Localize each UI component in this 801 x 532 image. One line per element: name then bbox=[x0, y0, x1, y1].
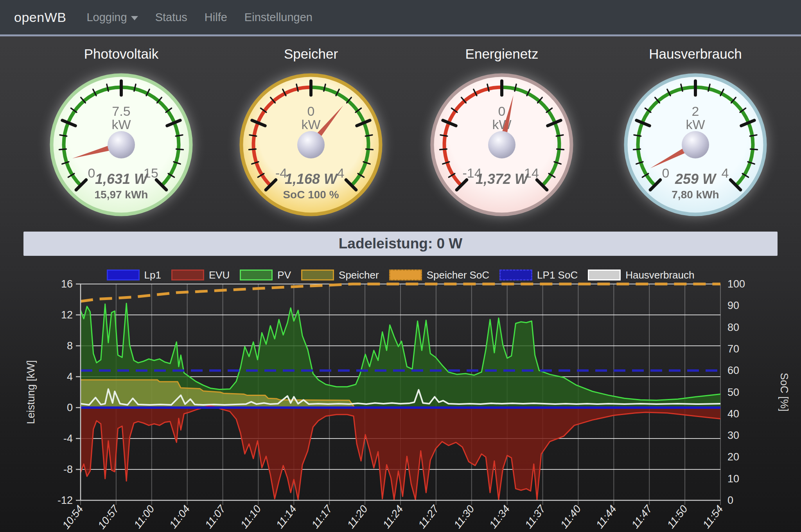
y-tick-label: -8 bbox=[63, 464, 73, 475]
soc-tick-label: 60 bbox=[727, 365, 739, 376]
gauge-hub bbox=[682, 131, 709, 158]
gauge-tick bbox=[366, 149, 373, 149]
nav-accent-line bbox=[0, 34, 801, 36]
nav-item-label: Einstellungen bbox=[244, 11, 312, 24]
soc-tick-label: 0 bbox=[727, 494, 733, 506]
gauge-tick bbox=[440, 149, 447, 149]
gauge-dial: 0 kW -14 14 1,372 W bbox=[427, 70, 576, 219]
gauge-tick bbox=[634, 149, 641, 149]
gauge-mid-label: 7.5 bbox=[112, 104, 130, 119]
soc-tick-label: 70 bbox=[727, 343, 739, 355]
gauge-value: 1,631 W bbox=[95, 171, 149, 187]
soc-tick-label: 40 bbox=[727, 408, 739, 420]
y-tick-label: 0 bbox=[67, 402, 73, 413]
navbar: openWB LoggingStatusHilfeEinstellungen bbox=[0, 0, 801, 34]
gauge-mid-label: 2 bbox=[692, 104, 699, 119]
gauge-unit: kW bbox=[301, 117, 320, 132]
gauge-mid-label: 0 bbox=[307, 104, 315, 119]
gauge-title: Photovoltaik bbox=[47, 46, 196, 62]
left-axis-title: Leistung [kW] bbox=[25, 360, 37, 424]
gauge-hub bbox=[297, 131, 325, 158]
x-tick-label: 11:27 bbox=[416, 503, 442, 530]
gauge-dial: 0 kW -4 4 1,168 W SoC 100 % bbox=[237, 70, 385, 219]
x-tick-label: 11:20 bbox=[345, 503, 370, 530]
gauge-tick bbox=[59, 149, 66, 149]
nav-item-logging[interactable]: Logging bbox=[86, 11, 138, 24]
gauge-sub-value: 7,80 kWh bbox=[672, 189, 719, 201]
gauge-unit: kW bbox=[111, 117, 131, 132]
chevron-down-icon bbox=[131, 16, 138, 20]
gauge-tick bbox=[176, 149, 183, 149]
gauge-hub bbox=[488, 131, 515, 158]
gauge-tick bbox=[249, 149, 256, 149]
y-tick-label: 12 bbox=[61, 309, 73, 321]
brand-logo[interactable]: openWB bbox=[14, 10, 66, 25]
nav-item-status[interactable]: Status bbox=[155, 11, 187, 24]
gauge-hausverbrauch: Hausverbrauch 2 kW 0 4 259 W 7,80 kWh bbox=[621, 70, 770, 221]
x-tick-label: 11:30 bbox=[452, 503, 477, 530]
gauge-dial: 7.5 kW 0 15 1,631 W 15,97 kWh bbox=[47, 70, 196, 219]
gauge-tick bbox=[557, 149, 564, 149]
x-tick-label: 11:17 bbox=[309, 503, 335, 530]
x-tick-label: 11:07 bbox=[203, 503, 228, 530]
soc-tick-label: 10 bbox=[727, 473, 739, 485]
nav-item-label: Logging bbox=[86, 11, 127, 24]
power-soc-chart: 1612840-4-8-12100908070605040302010010:5… bbox=[0, 274, 801, 532]
x-tick-label: 11:44 bbox=[594, 503, 619, 530]
x-tick-label: 11:50 bbox=[665, 503, 690, 530]
soc-tick-label: 100 bbox=[727, 278, 745, 290]
gauge-value: 259 W bbox=[675, 171, 717, 187]
x-tick-label: 11:54 bbox=[700, 503, 726, 530]
charge-power-text: Ladeleistung: 0 W bbox=[339, 235, 463, 252]
x-tick-label: 11:24 bbox=[381, 503, 406, 530]
nav-item-hilfe[interactable]: Hilfe bbox=[205, 11, 227, 24]
gauge-hub bbox=[108, 131, 135, 158]
gauge-title: Speicher bbox=[237, 46, 385, 62]
nav-item-label: Status bbox=[155, 11, 187, 24]
gauge-tick bbox=[751, 149, 758, 149]
gauge-sub-value: SoC 100 % bbox=[283, 189, 339, 201]
gauge-title: Energienetz bbox=[427, 46, 576, 62]
gauge-max-label: 4 bbox=[722, 165, 729, 180]
right-axis-title: SoC [%] bbox=[778, 373, 790, 412]
y-tick-label: -12 bbox=[57, 494, 73, 506]
gauge-min-label: 0 bbox=[662, 165, 670, 180]
x-tick-label: 11:40 bbox=[558, 503, 583, 530]
x-tick-label: 10:57 bbox=[95, 503, 121, 531]
x-tick-label: 11:37 bbox=[523, 503, 548, 530]
openwb-dashboard: { "nav": { "brand": "openWB", "items": [… bbox=[0, 0, 801, 532]
gauge-mid-label: 0 bbox=[498, 104, 506, 119]
soc-tick-label: 30 bbox=[727, 430, 739, 441]
charge-power-banner: Ladeleistung: 0 W bbox=[23, 232, 778, 256]
gauge-title: Hausverbrauch bbox=[621, 46, 770, 62]
gauge-value: 1,168 W bbox=[285, 171, 338, 187]
x-tick-label: 10:54 bbox=[60, 503, 85, 531]
gauge-energienetz: Energienetz 0 kW -14 14 1,372 W bbox=[427, 70, 576, 221]
soc-tick-label: 90 bbox=[727, 300, 739, 311]
x-tick-label: 11:34 bbox=[487, 503, 512, 530]
y-tick-label: -4 bbox=[63, 433, 73, 444]
soc-tick-label: 50 bbox=[727, 386, 739, 398]
nav-item-label: Hilfe bbox=[205, 11, 227, 24]
x-tick-label: 11:00 bbox=[132, 503, 157, 530]
gauge-max-label: 4 bbox=[337, 165, 345, 180]
gauge-dial: 2 kW 0 4 259 W 7,80 kWh bbox=[621, 70, 770, 219]
x-tick-label: 11:14 bbox=[274, 503, 299, 530]
x-tick-label: 11:04 bbox=[167, 503, 192, 530]
gauge-photovoltaik: Photovoltaik 7.5 kW 0 15 1,631 W 15,97 k… bbox=[47, 70, 196, 221]
gauge-value: 1,372 W bbox=[476, 171, 529, 187]
gauge-unit: kW bbox=[686, 117, 705, 132]
y-tick-label: 16 bbox=[61, 278, 73, 290]
nav-item-einstellungen[interactable]: Einstellungen bbox=[244, 11, 312, 24]
nav-menu: LoggingStatusHilfeEinstellungen bbox=[86, 11, 312, 24]
x-tick-label: 11:10 bbox=[238, 503, 263, 530]
x-tick-label: 11:47 bbox=[629, 503, 655, 530]
y-tick-label: 4 bbox=[67, 371, 73, 383]
gauge-min-label: 0 bbox=[88, 165, 95, 180]
soc-tick-label: 80 bbox=[727, 322, 739, 333]
y-tick-label: 8 bbox=[67, 340, 73, 352]
soc-tick-label: 20 bbox=[727, 451, 739, 463]
gauge-speicher: Speicher 0 kW -4 4 1,168 W SoC 100 % bbox=[237, 70, 385, 221]
gauge-sub-value: 15,97 kWh bbox=[95, 189, 148, 201]
